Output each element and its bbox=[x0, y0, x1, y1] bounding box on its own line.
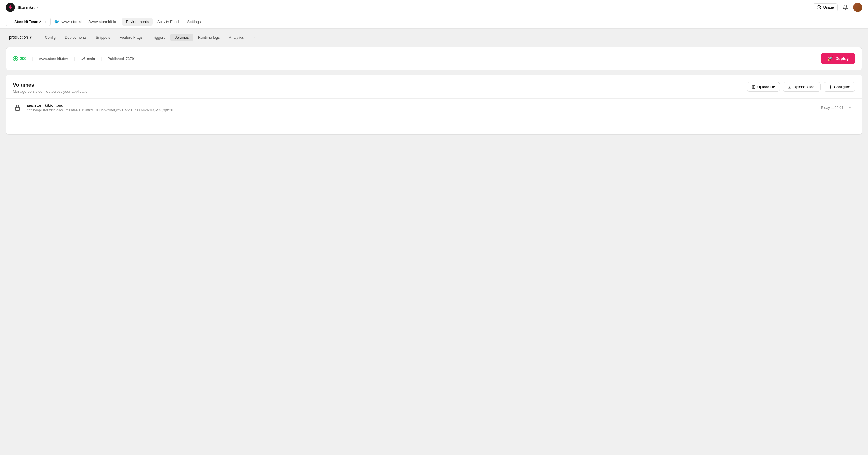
avatar[interactable] bbox=[853, 3, 862, 12]
upload-folder-icon bbox=[787, 85, 792, 89]
top-header: Stormkit ▾ Usage bbox=[0, 0, 868, 15]
sub-tabs: Config Deployments Snippets Feature Flag… bbox=[41, 34, 862, 41]
file-list: app.stormkit.io_.png https://api.stormki… bbox=[6, 98, 862, 135]
volumes-description: Manage persisted files across your appli… bbox=[13, 89, 90, 94]
file-info: app.stormkit.io_.png https://api.stormki… bbox=[27, 103, 816, 112]
svg-rect-8 bbox=[16, 108, 20, 110]
separator2: | bbox=[74, 56, 75, 61]
volumes-title-desc: Volumes Manage persisted files across yo… bbox=[13, 82, 90, 94]
file-url: https://api.stormkit.io/volumes/file/TJr… bbox=[27, 108, 816, 112]
sub-tab-triggers[interactable]: Triggers bbox=[148, 34, 169, 41]
separator: | bbox=[32, 56, 33, 61]
env-tabs-container: production ▾ Config Deployments Snippets… bbox=[0, 29, 868, 135]
upload-folder-label: Upload folder bbox=[794, 85, 815, 89]
status-badge: 200 bbox=[13, 56, 26, 61]
usage-icon bbox=[817, 5, 821, 10]
volumes-actions: Upload file Upload folder bbox=[747, 82, 855, 92]
arrow-left-icon: ← bbox=[9, 20, 12, 24]
branch-icon: ⎇ bbox=[81, 56, 85, 61]
sub-tab-deployments[interactable]: Deployments bbox=[61, 34, 91, 41]
deploy-card: 200 | www.stormkit.dev | ⎇ main | Publis… bbox=[6, 47, 862, 70]
volumes-title-row: Volumes Manage persisted files across yo… bbox=[13, 82, 855, 94]
upload-file-label: Upload file bbox=[757, 85, 775, 89]
branch-name: main bbox=[87, 57, 95, 61]
back-button[interactable]: ← Stormkit Team Apps bbox=[6, 18, 51, 26]
deploy-id: 73791 bbox=[126, 57, 136, 61]
deploy-btn-label: Deploy bbox=[835, 56, 849, 61]
usage-label: Usage bbox=[823, 5, 834, 9]
site-url-value: www.stormkit.dev bbox=[39, 57, 68, 61]
table-row: app.stormkit.io_.png https://api.stormki… bbox=[6, 98, 862, 117]
sub-tab-runtime-logs[interactable]: Runtime logs bbox=[194, 34, 224, 41]
header-right: Usage bbox=[813, 3, 862, 12]
deploy-button[interactable]: 🚀 Deploy bbox=[821, 53, 855, 64]
upload-file-button[interactable]: Upload file bbox=[747, 82, 780, 92]
deploy-row: 200 | www.stormkit.dev | ⎇ main | Publis… bbox=[6, 48, 862, 70]
bird-icon: 🐦 bbox=[54, 19, 60, 24]
env-selected-label: production bbox=[9, 35, 28, 40]
separator3: | bbox=[101, 56, 102, 61]
header-left: Stormkit ▾ bbox=[6, 3, 39, 12]
file-more-button[interactable]: ··· bbox=[847, 104, 855, 111]
file-lock-icon bbox=[13, 103, 22, 112]
upload-folder-button[interactable]: Upload folder bbox=[783, 82, 820, 92]
published-info: Published 73791 bbox=[107, 57, 136, 61]
sub-tab-feature-flags[interactable]: Feature Flags bbox=[115, 34, 146, 41]
branch-info: ⎇ main bbox=[81, 56, 95, 61]
file-name: app.stormkit.io_.png bbox=[27, 103, 816, 108]
site-type: www bbox=[61, 20, 69, 24]
app-logo bbox=[6, 3, 15, 12]
volumes-header: Volumes Manage persisted files across yo… bbox=[6, 75, 862, 98]
app-name: Stormkit bbox=[17, 5, 35, 10]
tab-settings[interactable]: Settings bbox=[183, 18, 205, 26]
status-code: 200 bbox=[20, 56, 26, 61]
sub-tab-volumes[interactable]: Volumes bbox=[170, 34, 193, 41]
svg-marker-0 bbox=[9, 5, 12, 9]
sub-tab-snippets[interactable]: Snippets bbox=[92, 34, 115, 41]
upload-file-icon bbox=[752, 85, 756, 89]
sub-tab-analytics[interactable]: Analytics bbox=[225, 34, 248, 41]
site-url-info: www.stormkit.dev bbox=[39, 57, 68, 61]
sub-tab-config[interactable]: Config bbox=[41, 34, 60, 41]
volumes-card: Volumes Manage persisted files across yo… bbox=[6, 75, 862, 135]
more-tabs-button[interactable]: ··· bbox=[249, 34, 257, 41]
chevron-down-icon[interactable]: ▾ bbox=[37, 5, 39, 9]
published-label: Published bbox=[107, 57, 124, 61]
file-list-empty bbox=[6, 117, 862, 135]
env-selector[interactable]: production ▾ bbox=[6, 33, 35, 41]
status-dot-icon bbox=[13, 56, 18, 61]
file-meta: Today at 09:04 ··· bbox=[820, 104, 855, 111]
notification-bell-icon[interactable] bbox=[842, 4, 848, 11]
configure-button[interactable]: Configure bbox=[824, 82, 855, 92]
back-label: Stormkit Team Apps bbox=[14, 20, 48, 24]
rocket-icon: 🚀 bbox=[828, 56, 833, 61]
nav-tabs: Environments Activity Feed Settings bbox=[122, 18, 205, 26]
site-url: stormkit-io/www-stormkit-io bbox=[71, 20, 116, 24]
tab-activity-feed[interactable]: Activity Feed bbox=[153, 18, 183, 26]
volumes-title: Volumes bbox=[13, 82, 90, 88]
env-tabs-row: production ▾ Config Deployments Snippets… bbox=[0, 33, 868, 41]
deploy-btn-wrap: 🚀 Deploy bbox=[821, 53, 855, 64]
svg-point-7 bbox=[830, 86, 831, 88]
app-info: 🐦 www stormkit-io/www-stormkit-io bbox=[54, 19, 116, 24]
usage-button[interactable]: Usage bbox=[813, 3, 838, 11]
tab-environments[interactable]: Environments bbox=[122, 18, 153, 26]
file-time: Today at 09:04 bbox=[820, 106, 843, 110]
sub-nav: ← Stormkit Team Apps 🐦 www stormkit-io/w… bbox=[0, 15, 868, 29]
env-chevron-icon: ▾ bbox=[30, 35, 32, 40]
gear-icon bbox=[828, 85, 832, 89]
configure-label: Configure bbox=[834, 85, 850, 89]
